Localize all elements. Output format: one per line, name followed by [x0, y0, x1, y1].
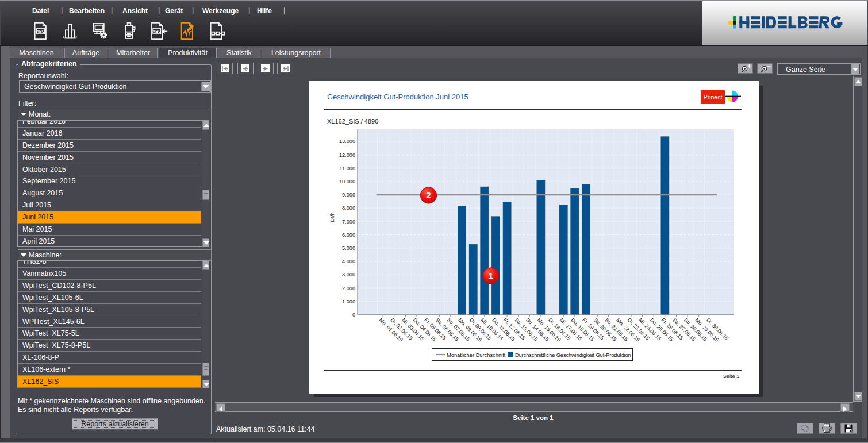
svg-text:Prinect: Prinect: [704, 94, 723, 101]
svg-text:2: 2: [426, 190, 431, 200]
svg-text:1.000: 1.000: [342, 299, 355, 305]
svg-text:10.000: 10.000: [339, 179, 355, 184]
svg-text:1: 1: [489, 271, 493, 280]
svg-text:13.000: 13.000: [339, 138, 355, 144]
svg-text:Seite 1: Seite 1: [723, 373, 739, 379]
svg-text:Geschwindigkeit Gut-Produktion: Geschwindigkeit Gut-Produktion Juni 2015: [327, 93, 468, 101]
svg-text:XL162_SIS / 4890: XL162_SIS / 4890: [327, 118, 378, 125]
svg-text:12.000: 12.000: [339, 152, 355, 158]
svg-text:ABC: ABC: [36, 29, 45, 33]
svg-text:ABC: ABC: [152, 29, 161, 33]
svg-text:Durchschnittliche Geschwindigk: Durchschnittliche Geschwindigkeit Gut-Pr…: [515, 352, 631, 358]
svg-text:7.000: 7.000: [342, 219, 355, 225]
svg-text:11.000: 11.000: [340, 165, 355, 171]
svg-text:4.000: 4.000: [342, 259, 355, 264]
svg-text:3.000: 3.000: [342, 272, 355, 278]
svg-text:2.000: 2.000: [342, 286, 355, 291]
svg-text:5.000: 5.000: [342, 245, 355, 251]
svg-text:Dr/h: Dr/h: [329, 212, 335, 222]
svg-text:9.000: 9.000: [342, 192, 355, 198]
svg-text:0: 0: [352, 312, 355, 318]
svg-text:8.000: 8.000: [342, 205, 355, 211]
svg-text:6.000: 6.000: [342, 232, 355, 238]
svg-text:Monatlicher Durchschnitt: Monatlicher Durchschnitt: [447, 352, 506, 358]
